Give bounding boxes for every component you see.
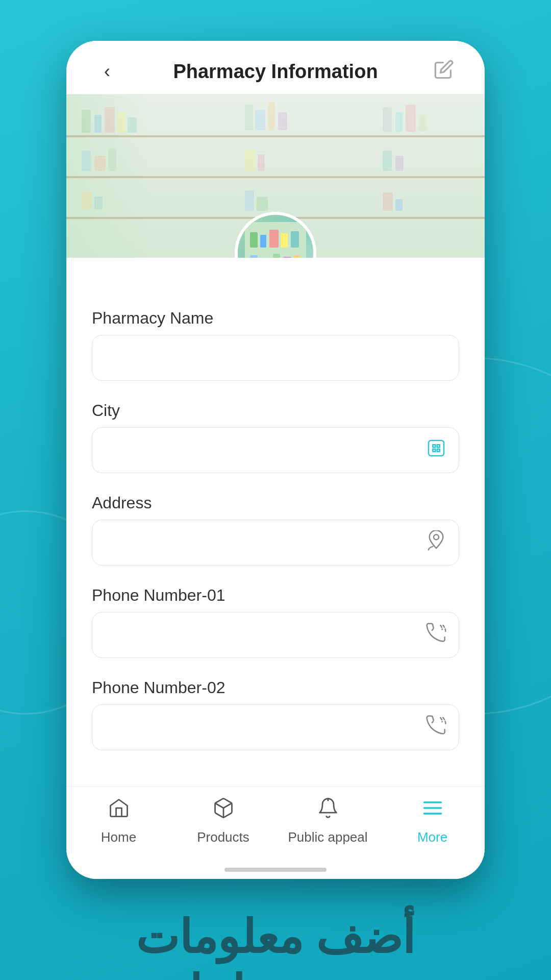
app-header: ‹ Pharmacy Information [66,41,485,94]
nav-item-products[interactable]: Products [171,797,276,845]
svg-rect-5 [245,105,253,130]
svg-rect-39 [437,445,440,447]
arabic-promo-section: أضف معلومات صيـــــدليتك تحكم في ملفـــك… [0,910,551,980]
svg-rect-3 [117,112,126,133]
svg-rect-20 [82,191,92,209]
page-title: Pharmacy Information [173,61,378,83]
svg-rect-14 [94,156,106,171]
form-group-phone-01: Phone Number-01 [92,586,459,658]
nav-label-home: Home [101,829,136,845]
location-icon [426,530,446,555]
avatar-icon [245,222,306,258]
svg-rect-10 [395,112,403,132]
svg-rect-2 [105,107,115,133]
svg-rect-24 [383,192,393,211]
svg-rect-7 [268,102,275,130]
city-input[interactable] [92,427,459,473]
pharmacy-form: Pharmacy Name City [66,258,485,786]
nav-item-more[interactable]: More [380,797,485,845]
svg-rect-38 [433,445,435,447]
svg-rect-29 [269,230,279,248]
phone-02-label: Phone Number-02 [92,678,459,697]
edit-button[interactable] [429,59,459,84]
phone-01-input[interactable] [92,612,459,658]
nav-label-products: Products [197,829,249,845]
nav-label-more: More [417,829,447,845]
svg-rect-1 [94,115,102,133]
avatar-image [238,215,313,258]
svg-rect-31 [291,231,299,248]
menu-icon [421,797,444,824]
svg-rect-17 [258,155,265,171]
form-group-pharmacy-name: Pharmacy Name [92,309,459,381]
phone-02-icon [426,715,446,740]
svg-rect-15 [108,148,116,171]
svg-rect-19 [395,156,404,171]
products-icon [212,797,235,824]
svg-rect-12 [418,115,427,132]
city-label: City [92,401,459,420]
svg-rect-35 [283,257,291,258]
svg-rect-9 [383,107,392,132]
svg-rect-23 [257,197,268,211]
address-label: Address [92,494,459,512]
svg-rect-25 [395,199,403,211]
svg-point-42 [434,534,439,540]
svg-rect-0 [82,110,91,133]
phone-02-input[interactable] [92,704,459,750]
svg-rect-40 [433,449,435,451]
home-icon [108,797,130,824]
pharmacy-avatar-container: ✓ [235,212,316,258]
pharmacy-avatar[interactable] [235,212,316,258]
svg-rect-30 [281,233,288,248]
svg-rect-18 [383,151,392,171]
nav-item-public-appeal[interactable]: Public appeal [276,797,380,845]
phone-frame: ‹ Pharmacy Information [66,41,485,879]
edit-icon [434,59,454,80]
svg-rect-36 [294,255,300,258]
nav-item-home[interactable]: Home [66,797,171,845]
svg-rect-13 [82,151,91,171]
svg-rect-21 [94,197,103,209]
form-group-city: City [92,401,459,473]
svg-rect-34 [273,254,280,258]
svg-rect-11 [406,105,416,132]
home-indicator [66,861,485,879]
form-group-phone-02: Phone Number-02 [92,678,459,750]
svg-rect-41 [437,449,440,451]
back-button[interactable]: ‹ [92,61,122,82]
svg-rect-32 [250,255,258,258]
address-input[interactable] [92,520,459,566]
svg-rect-16 [245,150,255,171]
phone-01-icon [426,623,446,648]
home-bar [224,868,327,872]
arabic-title: أضف معلومات صيـــــدليتك [31,910,520,980]
pharmacy-name-label: Pharmacy Name [92,309,459,328]
phone-01-label: Phone Number-01 [92,586,459,605]
bottom-navigation: Home Products Public appeal [66,786,485,861]
svg-rect-6 [255,110,265,130]
svg-rect-8 [278,112,287,130]
nav-label-public-appeal: Public appeal [288,829,367,845]
svg-rect-28 [260,235,266,248]
svg-rect-27 [250,232,258,248]
svg-rect-4 [128,117,137,133]
svg-rect-37 [429,440,444,456]
form-group-address: Address [92,494,459,566]
building-icon [426,438,446,463]
svg-rect-22 [245,190,254,211]
bell-icon [317,797,339,824]
pharmacy-name-input[interactable] [92,335,459,381]
pharmacy-cover-image: ✓ [66,94,485,258]
